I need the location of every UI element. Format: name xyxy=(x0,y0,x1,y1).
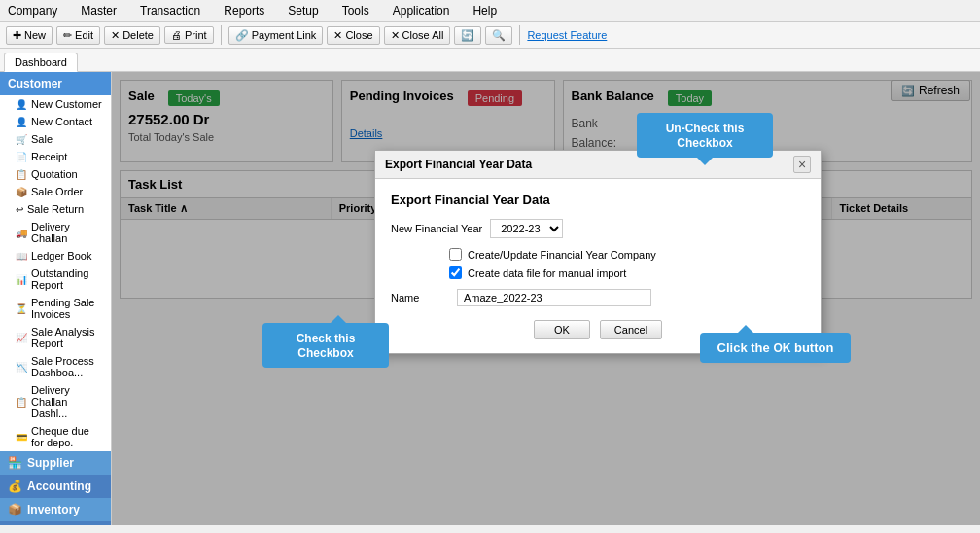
delivery-dash-icon: 📋 xyxy=(16,397,27,408)
tooltip-uncheck: Un-Check this Checkbox xyxy=(637,113,773,158)
sidebar-item-pending-invoices[interactable]: ⏳ Pending Sale Invoices xyxy=(0,294,111,323)
menu-application[interactable]: Application xyxy=(389,2,454,19)
menu-tools[interactable]: Tools xyxy=(338,2,373,19)
sidebar-header-customer[interactable]: Customer xyxy=(0,72,111,95)
tab-dashboard[interactable]: Dashboard xyxy=(4,53,78,72)
payment-link-button[interactable]: 🔗 Payment Link xyxy=(228,26,324,45)
checkbox-create-update[interactable] xyxy=(449,248,462,261)
sidebar-section-accounting[interactable]: 💰 Accounting xyxy=(0,475,111,498)
modal-close-button[interactable]: × xyxy=(793,156,811,173)
menu-reports[interactable]: Reports xyxy=(220,2,268,19)
supplier-icon: 🏪 xyxy=(8,456,22,470)
sidebar-item-sale-analysis[interactable]: 📈 Sale Analysis Report xyxy=(0,323,111,352)
close-button[interactable]: ✕ Close xyxy=(327,26,379,45)
print-button[interactable]: 🖨 Print xyxy=(164,26,214,44)
delete-button[interactable]: ✕ Delete xyxy=(104,26,160,45)
content-area: 🔄 Refresh Sale Today's 27552.00 Dr Total… xyxy=(112,72,980,525)
modal-dialog: Export Financial Year Data × Export Fina… xyxy=(374,150,822,354)
menu-setup[interactable]: Setup xyxy=(284,2,322,19)
modal-checkbox2-row: Create data file for manual import xyxy=(391,266,805,279)
modal-ok-button[interactable]: OK xyxy=(534,320,590,339)
sidebar-item-delivery-dash[interactable]: 📋 Delivery Challan Dashl... xyxy=(0,381,111,422)
tooltip-check: Check this Checkbox xyxy=(262,323,389,368)
pending-icon: ⏳ xyxy=(16,303,27,314)
modal-checkbox1-row: Create/Update Financial Year Company xyxy=(391,248,805,261)
main-layout: Customer 👤 New Customer 👤 New Contact 🛒 … xyxy=(0,72,980,525)
tab-bar: Dashboard xyxy=(0,49,980,72)
sidebar-item-receipt[interactable]: 📄 Receipt xyxy=(0,148,111,165)
analysis-icon: 📈 xyxy=(16,333,27,343)
sidebar-section-supplier[interactable]: 🏪 Supplier xyxy=(0,451,111,475)
receipt-icon: 📄 xyxy=(16,152,27,162)
modal-body: Export Financial Year Data New Financial… xyxy=(375,179,821,353)
ledger-icon: 📖 xyxy=(16,251,27,262)
modal-cancel-button[interactable]: Cancel xyxy=(600,320,662,339)
process-icon: 📉 xyxy=(16,362,27,373)
quotation-icon: 📋 xyxy=(16,169,27,180)
request-feature-link[interactable]: Request Feature xyxy=(527,29,607,41)
supplier-label: Supplier xyxy=(27,456,74,470)
checkbox-create-data[interactable] xyxy=(449,266,462,279)
modal-year-select[interactable]: 2022-23 xyxy=(490,219,563,238)
sidebar-item-sale[interactable]: 🛒 Sale xyxy=(0,130,111,148)
modal-name-label: Name xyxy=(391,292,449,303)
sidebar-item-new-customer[interactable]: 👤 New Customer xyxy=(0,95,111,113)
menu-company[interactable]: Company xyxy=(4,2,61,19)
sidebar-item-delivery-challan[interactable]: 🚚 Delivery Challan xyxy=(0,218,111,247)
sidebar-item-quotation[interactable]: 📋 Quotation xyxy=(0,165,111,183)
sidebar-item-outstanding-report[interactable]: 📊 Outstanding Report xyxy=(0,265,111,294)
edit-button[interactable]: ✏ Edit xyxy=(56,26,100,45)
tooltip-ok: Click the OK button xyxy=(700,333,851,363)
sale-return-icon: ↩ xyxy=(16,204,23,215)
close-all-button[interactable]: ✕ Close All xyxy=(384,26,451,45)
inventory-label: Inventory xyxy=(27,503,80,516)
customer-icon: 👤 xyxy=(16,99,27,110)
modal-heading: Export Financial Year Data xyxy=(391,193,805,207)
sidebar-item-sale-process[interactable]: 📉 Sale Process Dashboa... xyxy=(0,352,111,381)
sidebar-item-sale-return[interactable]: ↩ Sale Return xyxy=(0,200,111,218)
inventory-icon: 📦 xyxy=(8,503,22,516)
sale-icon: 🛒 xyxy=(16,134,27,145)
separator xyxy=(221,25,222,45)
delivery-icon: 🚚 xyxy=(16,228,27,238)
menu-bar: Company Master Transaction Reports Setup… xyxy=(0,0,980,22)
separator2 xyxy=(519,25,520,45)
modal-name-row: Name xyxy=(391,289,805,306)
sale-order-icon: 📦 xyxy=(16,187,27,197)
modal-name-input[interactable] xyxy=(457,289,651,306)
sidebar-item-ledger-book[interactable]: 📖 Ledger Book xyxy=(0,247,111,265)
accounting-icon: 💰 xyxy=(8,480,22,493)
menu-help[interactable]: Help xyxy=(469,2,501,19)
checkbox1-label: Create/Update Financial Year Company xyxy=(468,249,656,261)
cheque-icon: 💳 xyxy=(16,432,27,443)
checkbox2-label: Create data file for manual import xyxy=(468,267,626,279)
accounting-label: Accounting xyxy=(27,480,91,493)
modal-year-field: New Financial Year 2022-23 xyxy=(391,219,805,238)
modal-year-label: New Financial Year xyxy=(391,223,482,234)
sidebar-item-cheque[interactable]: 💳 Cheque due for depo. xyxy=(0,422,111,451)
contact-icon: 👤 xyxy=(16,117,27,127)
sidebar-item-sale-order[interactable]: 📦 Sale Order xyxy=(0,183,111,200)
modal-title-text: Export Financial Year Data xyxy=(385,158,532,171)
menu-master[interactable]: Master xyxy=(77,2,121,19)
new-button[interactable]: ✚ New xyxy=(6,26,52,45)
sidebar-item-new-contact[interactable]: 👤 New Contact xyxy=(0,113,111,130)
outstanding-icon: 📊 xyxy=(16,274,27,285)
sidebar: Customer 👤 New Customer 👤 New Contact 🛒 … xyxy=(0,72,112,525)
sidebar-section-inventory[interactable]: 📦 Inventory xyxy=(0,498,111,521)
search-button[interactable]: 🔍 xyxy=(485,26,512,45)
menu-transaction[interactable]: Transaction xyxy=(136,2,204,19)
sidebar-section-reports[interactable]: 📊 Reports xyxy=(0,521,111,525)
refresh-icon-button[interactable]: 🔄 xyxy=(454,26,481,45)
toolbar: ✚ New ✏ Edit ✕ Delete 🖨 Print 🔗 Payment … xyxy=(0,22,980,49)
